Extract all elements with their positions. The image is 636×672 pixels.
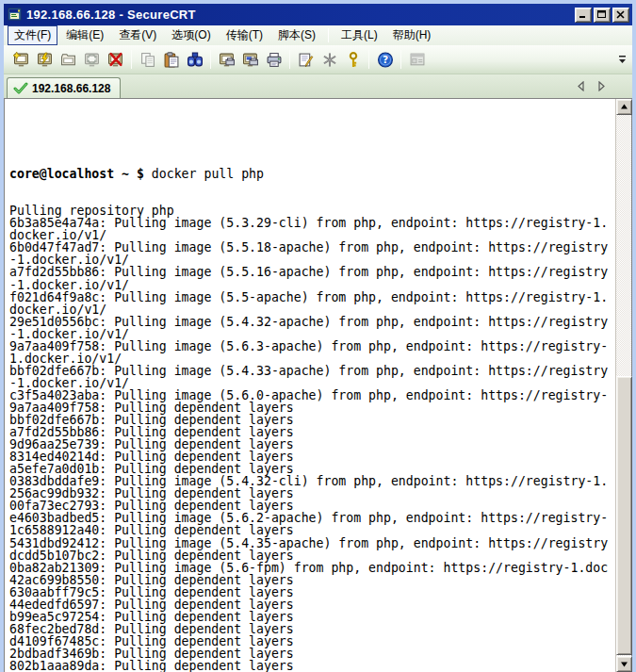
tab-scroll-left-icon[interactable] <box>574 78 587 93</box>
svg-text:?: ? <box>382 54 387 66</box>
print-screen-icon[interactable] <box>215 48 238 71</box>
window-title: 192.168.66.128 - SecureCRT <box>26 8 573 22</box>
toolbar-separator <box>131 50 132 69</box>
terminal-output: core@localhost ~ $ docker pull php Pulli… <box>6 99 614 672</box>
find-icon[interactable] <box>183 48 206 71</box>
prompt-line: core@localhost ~ $ docker pull php <box>9 168 614 180</box>
copy-icon <box>136 48 159 71</box>
tab-scroll-right-icon[interactable] <box>595 78 608 93</box>
terminal-line: -1.docker.io/v1/ <box>9 279 614 291</box>
terminal-line: 44ededfd6597: Pulling dependent layers <box>9 598 614 611</box>
scrollbar-thumb[interactable] <box>616 376 632 655</box>
session-manager-icon <box>405 48 429 71</box>
terminal-line: -1.docker.io/v1/ <box>9 377 614 389</box>
paste-icon[interactable] <box>159 48 183 71</box>
toolbar-separator <box>400 50 401 69</box>
terminal-line: docker.io/v1/ <box>9 303 614 316</box>
maximize-button[interactable] <box>594 8 611 23</box>
terminal-line: a7fd2d55bb86: Pulling image (5.5.16-apac… <box>9 266 614 278</box>
shell-prompt: core@localhost ~ $ <box>9 167 152 181</box>
session-options-icon[interactable] <box>294 48 318 71</box>
minimize-button[interactable] <box>575 8 592 23</box>
menu-item-options[interactable]: 选项(O) <box>165 25 217 45</box>
key-agent-icon[interactable] <box>341 48 365 71</box>
connect-icon[interactable] <box>33 48 57 71</box>
scrollbar-down-icon[interactable] <box>616 656 632 672</box>
toolbar-separator <box>210 50 211 69</box>
menu-item-tools[interactable]: 工具(L) <box>334 25 384 45</box>
terminal-line: 29e51d0556bc: Pulling image (5.4.32-apac… <box>9 316 614 328</box>
terminal-line: 9a7aa409f758: Pulling image (5.6.3-apach… <box>9 340 614 352</box>
menu-item-file[interactable]: 文件(F) <box>8 25 57 45</box>
terminal-line: d4109f67485c: Pulling dependent layers <box>9 635 614 647</box>
session-tab[interactable]: 192.168.66.128 <box>7 77 121 98</box>
print-selection-icon[interactable] <box>238 48 262 71</box>
terminal-line: 42ac699b8550: Pulling dependent layers <box>9 574 614 586</box>
terminal-line: -1.docker.io/v1/ <box>9 328 614 340</box>
reconnect-icon <box>80 48 104 71</box>
terminal-line: 0ba82ab21309: Pulling image (5.6-fpm) fr… <box>9 562 614 574</box>
connect-in-tab-icon[interactable] <box>57 48 80 71</box>
terminal-area[interactable]: core@localhost ~ $ docker pull php Pulli… <box>4 98 632 672</box>
securecrt-window: 192.168.66.128 - SecureCRT 文件(F)编辑(E)查看(… <box>0 0 636 672</box>
menu-item-script[interactable]: 脚本(S) <box>271 25 322 45</box>
terminal-line: 630aabff79c5: Pulling dependent layers <box>9 586 614 598</box>
toolbar-separator <box>289 50 290 69</box>
scrollbar-up-icon[interactable] <box>616 99 632 115</box>
menu-item-view[interactable]: 查看(V) <box>112 25 163 45</box>
terminal-line: dcdd5b107bc2: Pulling dependent layers <box>9 549 614 562</box>
menu-item-edit[interactable]: 编辑(E) <box>59 25 110 45</box>
title-bar: 192.168.66.128 - SecureCRT <box>4 4 632 25</box>
terminal-line: b99ea5c97254: Pulling dependent layers <box>9 611 614 623</box>
close-button[interactable] <box>612 8 629 23</box>
terminal-line: 5431dbd92412: Pulling image (5.4.35-apac… <box>9 537 614 549</box>
terminal-line: 68fec2bed78d: Pulling dependent layers <box>9 623 614 635</box>
disconnect-icon[interactable] <box>104 48 127 71</box>
connected-check-icon <box>13 82 28 95</box>
quick-connect-icon[interactable] <box>9 48 33 71</box>
toolbar-overflow-icon[interactable] <box>617 53 628 66</box>
terminal-line: 2bdbadf3469b: Pulling dependent layers <box>9 647 614 660</box>
keymap-icon[interactable] <box>318 48 341 71</box>
menu-item-transfer[interactable]: 传输(T) <box>220 25 269 45</box>
menu-item-help[interactable]: 帮助(H) <box>386 25 438 45</box>
session-tab-label: 192.168.66.128 <box>32 82 110 95</box>
shell-command: docker pull php <box>152 167 264 181</box>
securecrt-app-icon <box>8 8 23 23</box>
terminal-line: 1.docker.io/v1/ <box>9 352 614 365</box>
menu-separator <box>328 28 329 42</box>
toolbar-separator <box>368 50 369 69</box>
terminal-line: 1c6588912a40: Pulling dependent layers <box>9 524 614 536</box>
vertical-scrollbar[interactable] <box>615 99 631 672</box>
help-icon[interactable]: ? <box>373 48 397 71</box>
print-icon[interactable] <box>262 48 285 71</box>
menu-bar: 文件(F)编辑(E)查看(V)选项(O)传输(T)脚本(S)工具(L)帮助(H) <box>4 25 632 45</box>
terminal-line: f021d64f9a8c: Pulling image (5.5-apache)… <box>9 291 614 303</box>
toolbar: ? <box>4 45 632 74</box>
tab-bar: 192.168.66.128 <box>4 74 632 98</box>
terminal-line: bbf02dfe667b: Pulling image (5.4.33-apac… <box>9 365 614 377</box>
